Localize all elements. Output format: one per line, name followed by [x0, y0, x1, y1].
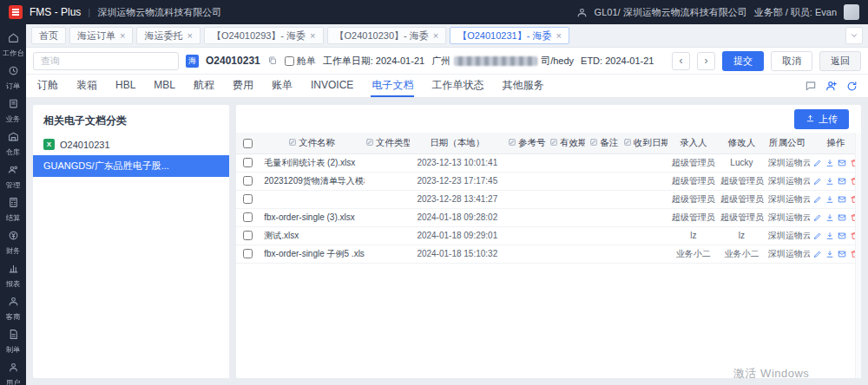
row-checkbox[interactable] — [243, 176, 253, 186]
manifest-toggle[interactable]: 舱单 — [285, 55, 316, 68]
mail-icon[interactable] — [838, 159, 846, 167]
detail-tab-7[interactable]: INVOICE — [310, 75, 354, 97]
table-row[interactable]: 毛量利润统计表 (2).xlsx2023-12-13 10:01:41超级管理员… — [236, 153, 861, 172]
next-order-button[interactable]: › — [697, 52, 715, 70]
sidebar-item-settlement[interactable]: 结算 — [0, 193, 26, 226]
search-input[interactable] — [33, 52, 179, 70]
detail-tab-6[interactable]: 账单 — [271, 75, 293, 97]
doc-category-root[interactable]: O24010231 — [33, 135, 229, 153]
download-icon[interactable] — [825, 195, 834, 204]
detail-tab-3[interactable]: MBL — [153, 75, 176, 97]
upload-icon — [806, 114, 815, 125]
cell-company: 深圳运物云物流 — [765, 226, 811, 245]
cancel-button[interactable]: 取消 — [771, 51, 812, 71]
sidebar-item-reports[interactable]: 报表 — [0, 259, 26, 292]
column-header-5[interactable]: 备注 — [585, 133, 621, 153]
column-header-0[interactable]: 文件名称 — [259, 133, 364, 153]
workspace-tab-4[interactable]: 【O24010230】- 海委× — [327, 27, 447, 44]
edit-icon[interactable] — [813, 250, 822, 258]
mail-icon[interactable] — [838, 250, 846, 258]
sidebar-item-docs[interactable]: 制单 — [0, 325, 26, 358]
mail-icon[interactable] — [838, 213, 846, 222]
detail-tab-0[interactable]: 订舱 — [36, 75, 59, 97]
avatar[interactable] — [844, 4, 859, 20]
detail-tab-1[interactable]: 装箱 — [76, 75, 98, 97]
detail-tab-4[interactable]: 航程 — [193, 75, 215, 97]
column-header-4[interactable]: 有效期 — [549, 133, 585, 153]
cell-operations — [810, 190, 861, 208]
upload-button[interactable]: 上传 — [794, 109, 849, 129]
copy-icon[interactable] — [267, 55, 278, 66]
select-all-checkbox[interactable] — [243, 139, 253, 148]
sidebar-item-users[interactable]: 用户 — [0, 358, 26, 385]
row-checkbox[interactable] — [243, 158, 253, 167]
doc-category-panel: 相关电子文档分类 O24010231 GUANGDS/广东品胜电子股... — [33, 105, 229, 378]
workspace-tab-0[interactable]: 首页 — [31, 27, 66, 44]
detail-tab-9[interactable]: 工作单状态 — [431, 75, 484, 97]
prev-order-button[interactable]: ‹ — [672, 52, 690, 70]
workspace-tab-3[interactable]: 【O24010293】- 海委× — [204, 27, 324, 44]
edit-icon[interactable] — [813, 232, 822, 240]
sidebar-item-warehouse[interactable]: 仓库 — [0, 127, 26, 160]
sidebar-item-workbench[interactable]: 工作台 — [0, 29, 26, 62]
close-icon[interactable]: × — [433, 31, 438, 41]
row-checkbox[interactable] — [243, 194, 253, 204]
column-header-9[interactable]: 所属公司 — [765, 133, 811, 153]
download-icon[interactable] — [825, 159, 834, 167]
close-icon[interactable]: × — [187, 31, 192, 41]
table-row[interactable]: 测试.xlsx2024-01-18 09:29:01lzlz深圳运物云物流 — [236, 226, 861, 245]
sidebar-item-finance[interactable]: 财务 — [0, 226, 26, 259]
close-icon[interactable]: × — [310, 31, 315, 41]
download-icon[interactable] — [825, 232, 834, 240]
submit-button[interactable]: 提交 — [722, 51, 764, 71]
sidebar-item-business[interactable]: 业务 — [0, 95, 26, 127]
manifest-checkbox[interactable] — [285, 56, 294, 66]
mail-icon[interactable] — [838, 195, 846, 204]
workspace-tab-2[interactable]: 海运委托× — [136, 27, 200, 44]
download-icon[interactable] — [825, 213, 834, 222]
column-header-1[interactable]: 文件类型 — [365, 133, 411, 153]
close-icon[interactable]: × — [120, 31, 125, 41]
doc-category-item-selected[interactable]: GUANGDS/广东品胜电子股... — [33, 155, 229, 177]
workspace-tab-5[interactable]: 【O24010231】- 海委× — [450, 27, 569, 44]
edit-icon[interactable] — [813, 195, 822, 204]
column-header-6[interactable]: 收到日期 — [622, 133, 668, 153]
column-header-8[interactable]: 修改人 — [719, 133, 765, 153]
download-icon[interactable] — [825, 250, 834, 258]
edit-icon[interactable] — [813, 159, 822, 167]
table-row[interactable]: fbx-order-single 子例5 .xlsx2024-01-18 15:… — [236, 245, 861, 263]
detail-tab-2[interactable]: HBL — [115, 75, 136, 97]
column-header-7[interactable]: 录入人 — [667, 133, 719, 153]
row-checkbox[interactable] — [243, 212, 253, 222]
select-all-cell — [236, 133, 259, 153]
edit-icon[interactable] — [813, 177, 822, 186]
refresh-icon[interactable] — [846, 81, 858, 92]
table-row[interactable]: 20231209货物清单导入模板.xlsx2023-12-23 17:17:45… — [236, 172, 861, 190]
close-icon[interactable]: × — [556, 31, 561, 41]
workspace-tab-1[interactable]: 海运订单× — [69, 27, 133, 44]
edit-icon[interactable] — [813, 213, 822, 222]
column-header-10[interactable]: 操作 — [810, 133, 861, 153]
editable-column-icon — [623, 138, 632, 148]
row-checkbox[interactable] — [243, 231, 253, 240]
detail-tab-10[interactable]: 其他服务 — [501, 75, 544, 97]
row-checkbox[interactable] — [243, 249, 253, 258]
back-button[interactable]: 返回 — [819, 51, 861, 71]
sidebar-item-orders[interactable]: 订单 — [0, 62, 26, 95]
vertical-scrollbar[interactable] — [855, 133, 861, 378]
table-row[interactable]: 2023-12-28 13:41:27超级管理员超级管理员深圳运物云物流科 — [236, 190, 861, 208]
message-icon[interactable] — [805, 80, 817, 92]
chevron-down-icon[interactable] — [845, 27, 863, 44]
detail-tab-5[interactable]: 费用 — [232, 75, 254, 97]
column-header-3[interactable]: 参考号 — [504, 133, 549, 153]
sidebar-item-customers[interactable]: 客商 — [0, 292, 26, 325]
add-user-icon[interactable] — [825, 80, 838, 92]
download-icon[interactable] — [825, 177, 834, 186]
user-org[interactable]: GL01/ 深圳运物云物流科技有限公司 — [595, 6, 747, 19]
table-row[interactable]: fbx-order-single (3).xlsx2024-01-18 09:2… — [236, 208, 861, 226]
detail-tab-8[interactable]: 电子文档 — [371, 75, 414, 97]
column-header-2[interactable]: 日期（本地） — [410, 133, 504, 153]
mail-icon[interactable] — [838, 232, 846, 240]
sidebar-item-manage[interactable]: 管理 — [0, 160, 26, 193]
mail-icon[interactable] — [838, 177, 846, 186]
